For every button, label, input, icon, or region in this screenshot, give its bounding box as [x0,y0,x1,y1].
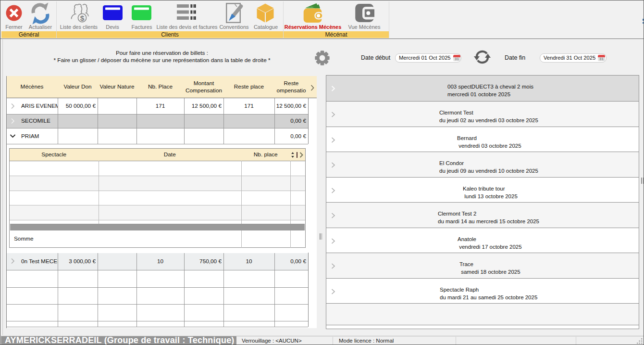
svg-text:$: $ [80,14,85,22]
